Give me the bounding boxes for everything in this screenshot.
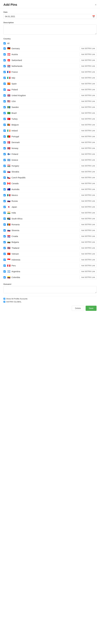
description-input[interactable]	[4, 24, 96, 34]
country-checkbox-13[interactable]	[4, 124, 6, 126]
ask-sistrix-link-button-37[interactable]: Ask SISTRIX Link	[80, 264, 96, 268]
country-flag-10: 🇸🇪	[7, 106, 10, 108]
ask-sistrix-link-button-23[interactable]: Ask SISTRIX Link	[80, 182, 96, 185]
ask-sistrix-link-button-10[interactable]: Ask SISTRIX Link	[80, 105, 96, 109]
ask-sistrix-link-button-5[interactable]: Ask SISTRIX Link	[80, 76, 96, 80]
country-checkbox-38[interactable]	[4, 270, 6, 273]
country-checkbox-1[interactable]	[4, 53, 6, 56]
ask-sistrix-link-button-26[interactable]: Ask SISTRIX Link	[80, 199, 96, 203]
ask-sistrix-link-button-32[interactable]: Ask SISTRIX Link	[80, 234, 96, 238]
country-checkbox-19[interactable]	[4, 159, 6, 161]
ask-sistrix-link-button-35[interactable]: Ask SISTRIX Link	[80, 252, 96, 256]
ask-sistrix-link-button-0[interactable]: Ask SISTRIX Link	[80, 47, 96, 50]
country-checkbox-36[interactable]	[4, 258, 6, 261]
country-row: 🇩🇪GermanyAsk SISTRIX Link	[4, 46, 96, 52]
ask-sistrix-link-button-20[interactable]: Ask SISTRIX Link	[80, 164, 96, 168]
ask-sistrix-link-button-17[interactable]: Ask SISTRIX Link	[80, 146, 96, 150]
show-all-profiles-checkbox[interactable]	[4, 298, 5, 300]
country-checkbox-39[interactable]	[4, 276, 6, 278]
country-checkbox-9[interactable]	[4, 100, 6, 102]
ask-sistrix-link-button-22[interactable]: Ask SISTRIX Link	[80, 176, 96, 180]
ask-sistrix-link-button-19[interactable]: Ask SISTRIX Link	[80, 158, 96, 162]
country-checkbox-30[interactable]	[4, 224, 6, 226]
ask-sistrix-link-button-1[interactable]: Ask SISTRIX Link	[80, 52, 96, 56]
country-row: 🇵🇪PeruAsk SISTRIX Link	[4, 263, 96, 268]
country-all-checkbox[interactable]	[4, 42, 6, 44]
country-checkbox-11[interactable]	[4, 112, 6, 114]
country-checkbox-29[interactable]	[4, 218, 6, 220]
country-checkbox-27[interactable]	[4, 206, 6, 208]
country-checkbox-21[interactable]	[4, 170, 6, 173]
country-flag-18: 🇫🇮	[7, 153, 10, 155]
ask-sistrix-link-button-21[interactable]: Ask SISTRIX Link	[80, 170, 96, 174]
country-checkbox-32[interactable]	[4, 235, 6, 238]
country-name-33: Bulgaria	[12, 241, 80, 243]
ask-sistrix-link-button-29[interactable]: Ask SISTRIX Link	[80, 217, 96, 220]
close-button[interactable]: ×	[95, 3, 96, 6]
country-checkbox-8[interactable]	[4, 94, 6, 96]
sistrix-global-checkbox[interactable]	[4, 301, 5, 303]
country-checkbox-28[interactable]	[4, 212, 6, 214]
country-checkbox-0[interactable]	[4, 47, 6, 50]
date-input[interactable]	[4, 14, 96, 19]
country-checkbox-4[interactable]	[4, 71, 6, 73]
ask-sistrix-link-button-39[interactable]: Ask SISTRIX Link	[80, 276, 96, 279]
country-checkbox-31[interactable]	[4, 229, 6, 232]
ask-sistrix-link-button-38[interactable]: Ask SISTRIX Link	[80, 270, 96, 273]
country-checkbox-14[interactable]	[4, 130, 6, 132]
domain-input[interactable]	[4, 286, 96, 293]
ask-sistrix-link-button-8[interactable]: Ask SISTRIX Link	[80, 94, 96, 97]
country-checkbox-37[interactable]	[4, 264, 6, 267]
country-checkbox-23[interactable]	[4, 182, 6, 184]
ask-sistrix-link-button-31[interactable]: Ask SISTRIX Link	[80, 228, 96, 232]
ask-sistrix-link-button-14[interactable]: Ask SISTRIX Link	[80, 129, 96, 132]
ask-sistrix-link-button-18[interactable]: Ask SISTRIX Link	[80, 152, 96, 156]
country-checkbox-33[interactable]	[4, 241, 6, 243]
country-checkbox-5[interactable]	[4, 77, 6, 79]
country-checkbox-17[interactable]	[4, 147, 6, 150]
ask-sistrix-link-button-12[interactable]: Ask SISTRIX Link	[80, 117, 96, 121]
ask-sistrix-link-button-3[interactable]: Ask SISTRIX Link	[80, 64, 96, 68]
country-checkbox-7[interactable]	[4, 88, 6, 91]
ask-sistrix-link-button-4[interactable]: Ask SISTRIX Link	[80, 70, 96, 74]
ask-sistrix-link-button-7[interactable]: Ask SISTRIX Link	[80, 88, 96, 92]
country-checkbox-34[interactable]	[4, 247, 6, 249]
country-checkbox-35[interactable]	[4, 253, 6, 255]
country-checkbox-20[interactable]	[4, 165, 6, 167]
country-name-27: Japan	[12, 206, 80, 208]
ask-sistrix-link-button-9[interactable]: Ask SISTRIX Link	[80, 100, 96, 103]
ask-sistrix-link-button-13[interactable]: Ask SISTRIX Link	[80, 123, 96, 127]
country-row: 🇮🇹ItalyAsk SISTRIX Link	[4, 75, 96, 81]
domain-section: Domain#	[4, 283, 96, 294]
save-button[interactable]: Save	[86, 306, 96, 311]
country-checkbox-25[interactable]	[4, 194, 6, 196]
ask-sistrix-link-button-15[interactable]: Ask SISTRIX Link	[80, 135, 96, 138]
country-checkbox-18[interactable]	[4, 153, 6, 155]
country-checkbox-22[interactable]	[4, 176, 6, 179]
ask-sistrix-link-button-16[interactable]: Ask SISTRIX Link	[80, 140, 96, 144]
country-checkbox-24[interactable]	[4, 188, 6, 190]
country-row: 🇯🇵JapanAsk SISTRIX Link	[4, 204, 96, 210]
ask-sistrix-link-button-28[interactable]: Ask SISTRIX Link	[80, 211, 96, 215]
ask-sistrix-link-button-34[interactable]: Ask SISTRIX Link	[80, 246, 96, 250]
ask-sistrix-link-button-25[interactable]: Ask SISTRIX Link	[80, 193, 96, 197]
country-checkbox-10[interactable]	[4, 106, 6, 108]
ask-sistrix-link-button-27[interactable]: Ask SISTRIX Link	[80, 205, 96, 209]
ask-sistrix-link-button-6[interactable]: Ask SISTRIX Link	[80, 82, 96, 86]
ask-sistrix-link-button-2[interactable]: Ask SISTRIX Link	[80, 58, 96, 62]
country-checkbox-3[interactable]	[4, 65, 6, 67]
country-row: 🇨🇴ColombiaAsk SISTRIX Link	[4, 274, 96, 280]
country-row: 🇧🇬BulgariaAsk SISTRIX Link	[4, 239, 96, 245]
delete-button[interactable]: Delete	[72, 306, 84, 311]
country-checkbox-26[interactable]	[4, 200, 6, 202]
country-checkbox-2[interactable]	[4, 59, 6, 62]
country-checkbox-16[interactable]	[4, 141, 6, 144]
ask-sistrix-link-button-36[interactable]: Ask SISTRIX Link	[80, 258, 96, 262]
ask-sistrix-link-button-30[interactable]: Ask SISTRIX Link	[80, 223, 96, 226]
country-checkbox-6[interactable]	[4, 82, 6, 85]
ask-sistrix-link-button-33[interactable]: Ask SISTRIX Link	[80, 240, 96, 244]
ask-sistrix-link-button-11[interactable]: Ask SISTRIX Link	[80, 111, 96, 115]
country-checkbox-15[interactable]	[4, 136, 6, 138]
country-checkbox-12[interactable]	[4, 118, 6, 120]
ask-sistrix-link-button-24[interactable]: Ask SISTRIX Link	[80, 188, 96, 191]
